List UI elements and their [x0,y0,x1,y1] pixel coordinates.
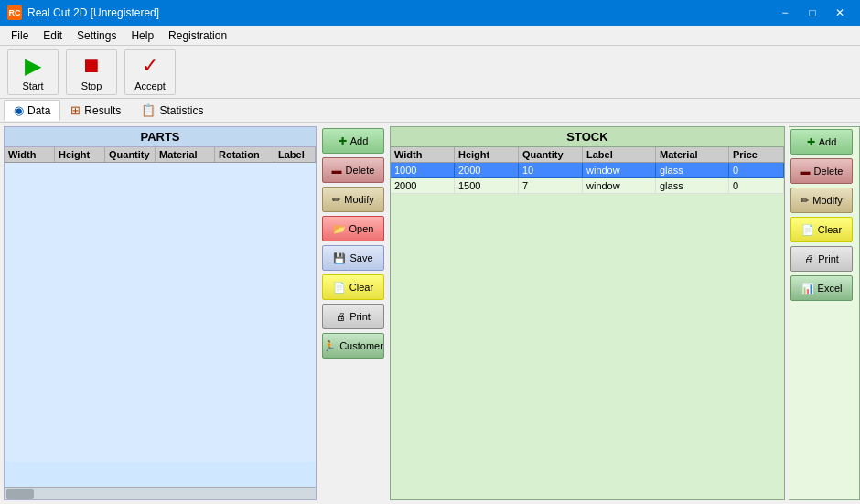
modify-icon: ✏ [332,194,340,206]
results-tab-icon: ⊞ [70,103,81,117]
parts-clear-button[interactable]: 📄 Clear [322,274,384,300]
parts-print-button[interactable]: 🖨 Print [322,304,384,329]
accept-icon: ✓ [137,53,163,79]
stock-cell: 1500 [455,178,519,194]
start-icon: ▶ [20,53,46,79]
parts-header: PARTS [5,127,316,147]
parts-open-label: Open [349,223,374,234]
parts-modify-button[interactable]: ✏ Modify [322,187,384,212]
stock-cell: 2000 [455,163,519,178]
stock-print-label: Print [818,253,839,264]
parts-print-label: Print [349,311,371,322]
menu-help[interactable]: Help [124,27,161,44]
stock-excel-button[interactable]: 📊 Excel [790,275,853,301]
stop-label: Stop [81,80,102,91]
menu-bar: File Edit Settings Help Registration [0,26,860,46]
stock-clear-label: Clear [818,224,842,235]
parts-open-button[interactable]: 📂 Open [322,216,384,241]
parts-clear-label: Clear [349,282,373,293]
menu-file[interactable]: File [4,27,36,44]
tab-statistics-label: Statistics [159,104,203,117]
accept-button[interactable]: ✓ Accept [124,49,176,95]
parts-col-width: Width [5,147,55,162]
parts-save-button[interactable]: 💾 Save [322,245,384,271]
parts-action-panel: ✚ Add ▬ Delete ✏ Modify 📂 Open 💾 Save 📄 … [320,126,386,500]
parts-rows [5,163,316,462]
stock-col-label: Label [583,147,656,162]
menu-edit[interactable]: Edit [36,27,70,44]
data-tab-icon: ◉ [14,103,24,117]
delete-icon: ▬ [332,165,342,176]
close-button[interactable]: ✕ [827,0,853,26]
maximize-button[interactable]: □ [800,0,825,26]
stock-print-icon: 🖨 [804,253,814,264]
tab-data[interactable]: ◉ Data [4,100,60,121]
stock-delete-label: Delete [814,166,844,177]
stock-add-button[interactable]: ✚ Add [790,129,853,155]
tab-results[interactable]: ⊞ Results [60,100,131,121]
tab-data-label: Data [27,104,50,117]
stock-header: STOCK [391,127,784,147]
stock-col-material: Material [656,147,729,162]
stock-cell: window [583,178,656,194]
title-bar: RC Real Cut 2D [Unregistered] − □ ✕ [0,0,860,26]
parts-scroll-thumb[interactable] [6,489,34,499]
stop-button[interactable]: ⏹ Stop [66,49,117,95]
stock-cell: window [583,163,656,178]
parts-save-label: Save [349,252,372,263]
customer-icon: 🏃 [323,340,336,352]
stock-cell: glass [656,178,729,194]
menu-registration[interactable]: Registration [161,27,234,44]
stats-tab-icon: 📋 [141,103,156,117]
menu-settings[interactable]: Settings [70,27,124,44]
tab-statistics[interactable]: 📋 Statistics [131,100,213,121]
parts-add-button[interactable]: ✚ Add [322,128,384,154]
parts-col-material: Material [156,147,215,162]
title-text: Real Cut 2D [Unregistered] [27,6,159,19]
parts-panel: PARTS Width Height Quantity Material Rot… [4,126,317,500]
print-icon: 🖨 [336,311,346,322]
parts-customer-label: Customer [339,340,383,351]
stock-row[interactable]: 1000200010windowglass0 [391,163,784,178]
stock-cell: 2000 [391,178,455,194]
stop-icon: ⏹ [79,53,104,79]
parts-col-height: Height [55,147,105,162]
stock-clear-button[interactable]: 📄 Clear [790,217,853,242]
tab-bar: ◉ Data ⊞ Results 📋 Statistics [0,99,860,123]
stock-table-header: Width Height Quantity Label Material Pri… [391,147,784,163]
stock-col-quantity: Quantity [519,147,583,162]
stock-excel-label: Excel [818,283,843,294]
parts-customer-button[interactable]: 🏃 Customer [322,333,384,359]
parts-delete-button[interactable]: ▬ Delete [322,157,384,183]
stock-delete-icon: ▬ [801,166,811,177]
add-icon: ✚ [339,135,347,147]
stock-modify-button[interactable]: ✏ Modify [790,188,853,213]
minimize-button[interactable]: − [772,0,798,26]
parts-table: Width Height Quantity Material Rotation … [5,147,316,487]
stock-modify-label: Modify [812,195,842,206]
parts-modify-label: Modify [344,194,373,205]
stock-cell: 1000 [391,163,455,178]
stock-row[interactable]: 200015007windowglass0 [391,178,784,194]
parts-delete-label: Delete [346,165,375,176]
toolbar: ▶ Start ⏹ Stop ✓ Accept [0,46,860,99]
stock-add-icon: ✚ [807,136,815,148]
start-label: Start [22,80,43,91]
stock-action-panel: ✚ Add ▬ Delete ✏ Modify 📄 Clear 🖨 Print … [789,126,860,500]
parts-col-label: Label [274,147,316,162]
parts-col-rotation: Rotation [215,147,274,162]
title-bar-left: RC Real Cut 2D [Unregistered] [7,5,159,20]
parts-scrollbar[interactable] [5,487,316,499]
stock-cell: 0 [729,178,784,194]
stock-cell: 7 [519,178,583,194]
stock-delete-button[interactable]: ▬ Delete [790,158,853,184]
parts-table-header: Width Height Quantity Material Rotation … [5,147,316,163]
stock-table: Width Height Quantity Label Material Pri… [391,147,784,499]
stock-modify-icon: ✏ [801,195,809,207]
stock-rows: 1000200010windowglass0200015007windowgla… [391,163,784,194]
accept-label: Accept [134,80,166,91]
start-button[interactable]: ▶ Start [7,49,59,95]
parts-col-quantity: Quantity [105,147,156,162]
stock-print-button[interactable]: 🖨 Print [790,246,853,272]
app-icon: RC [7,5,22,20]
